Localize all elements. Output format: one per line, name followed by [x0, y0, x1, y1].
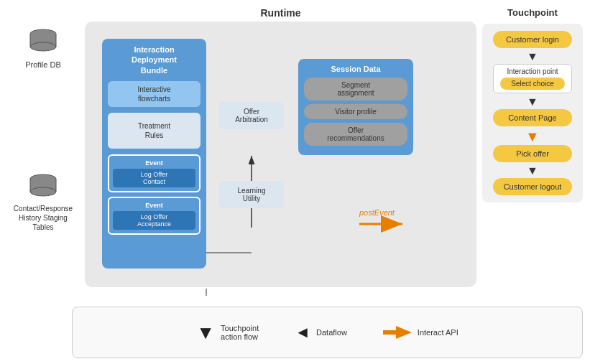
left-column: Profile DB Contact/Response History Stag… — [7, 7, 79, 232]
customer-login-item: Customer login — [493, 31, 572, 48]
touchpoint-flow-label: Touchpoint action flow — [221, 324, 259, 341]
session-item-visitor: Visitor profile — [304, 104, 407, 119]
session-item-segment: Segment assignment — [304, 78, 407, 101]
svg-marker-17 — [383, 326, 412, 339]
event1-box: Event Log Offer Contact — [108, 154, 200, 192]
legend: ▼ Touchpoint action flow ◄ Dataflow Inte… — [72, 307, 583, 358]
contact-response-db-label: Contact/Response History Staging Tables — [14, 204, 73, 232]
select-choice-item: Select choice — [500, 78, 565, 90]
profile-db-icon — [26, 29, 60, 56]
legend-dataflow: ◄ Dataflow — [295, 323, 347, 342]
svg-point-2 — [30, 42, 56, 51]
touchpoint-container: Touchpoint Customer login ▼ Interaction … — [482, 7, 583, 202]
pick-offer-item: Pick offer — [493, 145, 572, 162]
dataflow-arrow-icon: ◄ — [295, 323, 310, 342]
customer-logout-item: Customer logout — [493, 178, 572, 195]
contact-response-db: Contact/Response History Staging Tables — [14, 174, 73, 232]
svg-point-7 — [30, 187, 56, 196]
idb-title: Interaction Deployment Bundle — [108, 45, 200, 75]
treatment-box: Treatment Rules — [108, 113, 200, 149]
runtime-box: Interaction Deployment Bundle Interactiv… — [85, 22, 476, 287]
dataflow-label: Dataflow — [316, 328, 347, 337]
runtime-title: Runtime — [85, 7, 476, 19]
post-event-label: postEvent — [359, 208, 395, 217]
content-page-item: Content Page — [493, 109, 572, 126]
event1-label: Event — [113, 159, 195, 167]
interact-api-label: Interact API — [418, 328, 458, 337]
interaction-deployment-bundle: Interaction Deployment Bundle Interactiv… — [102, 39, 206, 269]
arrow-down-2: ▼ — [527, 96, 538, 108]
arrow-down-1: ▼ — [527, 51, 538, 62]
flowchart-box: Interactive flowcharts — [108, 81, 200, 107]
arrow-down-4: ▼ — [527, 165, 538, 177]
session-data-box: Session Data Segment assignment Visitor … — [298, 59, 413, 155]
runtime-container: Runtime — [85, 7, 476, 287]
offer-arbitration-box: Offer Arbitration — [219, 102, 284, 129]
arrow-down-3: ▼ — [525, 129, 540, 144]
event2-box: Event Log Offer Acceptance — [108, 197, 200, 235]
session-data-title: Session Data — [304, 65, 407, 73]
event2-sub: Log Offer Acceptance — [113, 211, 195, 230]
contact-response-db-icon — [26, 174, 60, 201]
learning-utility-box: Learning Utility — [219, 181, 284, 208]
legend-touchpoint-flow: ▼ Touchpoint action flow — [196, 322, 259, 344]
touchpoint-title: Touchpoint — [482, 7, 583, 18]
legend-interact-api: Interact API — [383, 325, 458, 340]
event2-label: Event — [113, 202, 195, 209]
interact-api-arrow-icon — [383, 325, 412, 340]
touchpoint-flow-arrow-icon: ▼ — [196, 322, 215, 344]
profile-db-label: Profile DB — [25, 60, 61, 69]
event1-sub: Log Offer Contact — [113, 169, 195, 187]
session-item-offer: Offer recommendations — [304, 123, 407, 146]
interaction-point-label: Interaction point — [507, 67, 558, 75]
touchpoint-box: Customer login ▼ Interaction point Selec… — [482, 24, 583, 202]
interaction-point-group: Interaction point Select choice — [493, 64, 572, 93]
